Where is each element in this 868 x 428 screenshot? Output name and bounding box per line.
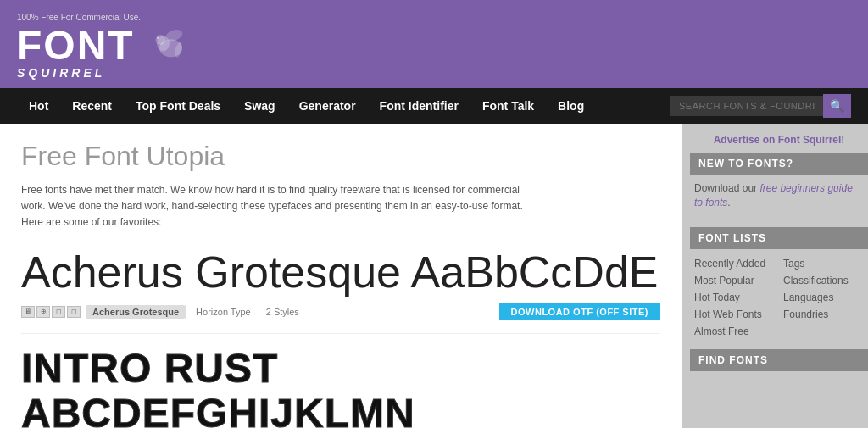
nav-item-blog[interactable]: Blog [546, 88, 596, 124]
link-almost-free[interactable]: Almost Free [694, 324, 775, 339]
font-styles-1: 2 Styles [261, 305, 304, 319]
font-showcase-1: Acherus Grotesque AaBbCcDdE 🖥 ⊕ ◻ ◻ Ache… [21, 248, 660, 334]
link-tags[interactable]: Tags [783, 256, 864, 271]
desc-prefix: Download our [694, 182, 760, 194]
link-languages[interactable]: Languages [783, 290, 864, 305]
new-to-fonts-desc: Download our free beginners guide to fon… [690, 181, 868, 217]
page-description: Free fonts have met their match. We know… [21, 182, 547, 231]
logo[interactable]: FONT SQUIRREL [17, 24, 190, 80]
font-foundry-1: Horizon Type [191, 305, 256, 319]
font-display-acherus: Acherus Grotesque AaBbCcDdE [21, 248, 660, 297]
sidebar-new-to-fonts: NEW TO FONTS? Download our free beginner… [690, 153, 868, 217]
download-btn-1[interactable]: DOWNLOAD OTF (OFF SITE) [499, 303, 660, 320]
main-content: Free Font Utopia Free fonts have met the… [0, 124, 682, 428]
sidebar-font-lists: FONT LISTS Recently Added Tags Most Popu… [690, 227, 868, 339]
font-showcase-2: INTRO RUST ABCDEFGHIJKLMN 🖥 ⊕ ◻ ◻ Intro … [21, 347, 660, 428]
link-foundries[interactable]: Foundries [783, 307, 864, 322]
nav-items: Hot Recent Top Font Deals Swag Generator… [17, 88, 670, 124]
monitor-icon: 🖥 [21, 306, 35, 318]
nav-item-font-talk[interactable]: Font Talk [470, 88, 546, 124]
link-recently-added[interactable]: Recently Added [694, 256, 775, 271]
font-name-1[interactable]: Acherus Grotesque [86, 305, 186, 319]
logo-tagline: 100% Free For Commercial Use. [17, 13, 190, 22]
link-classifications[interactable]: Classifications [783, 273, 864, 288]
content-wrap: Free Font Utopia Free fonts have met the… [0, 124, 868, 428]
nav-item-top-font-deals[interactable]: Top Font Deals [124, 88, 232, 124]
nav-item-font-identifier[interactable]: Font Identifier [368, 88, 470, 124]
search-input[interactable] [670, 96, 823, 116]
app-icon: ◻ [52, 306, 65, 318]
nav-item-swag[interactable]: Swag [232, 88, 287, 124]
nav-item-generator[interactable]: Generator [287, 88, 368, 124]
nav-item-recent[interactable]: Recent [60, 88, 124, 124]
sidebar: Advertise on Font Squirrel! NEW TO FONTS… [682, 124, 868, 428]
find-fonts-header: FIND FONTS [690, 349, 868, 371]
nav-item-hot[interactable]: Hot [17, 88, 60, 124]
squirrel-icon [139, 24, 190, 66]
font-meta-1: 🖥 ⊕ ◻ ◻ Acherus Grotesque Horizon Type 2… [21, 303, 660, 320]
desc-suffix: . [727, 197, 730, 208]
font-icons-1: 🖥 ⊕ ◻ ◻ [21, 306, 81, 318]
page-title: Free Font Utopia [21, 141, 660, 172]
sidebar-ad[interactable]: Advertise on Font Squirrel! [690, 124, 868, 153]
nav: Hot Recent Top Font Deals Swag Generator… [0, 88, 868, 124]
font-display-intro: INTRO RUST ABCDEFGHIJKLMN [21, 347, 660, 428]
logo-area: 100% Free For Commercial Use. FONT [17, 13, 190, 80]
link-most-popular[interactable]: Most Popular [694, 273, 775, 288]
link-hot-today[interactable]: Hot Today [694, 290, 775, 305]
link-hot-web-fonts[interactable]: Hot Web Fonts [694, 307, 775, 322]
font-lists-links: Recently Added Tags Most Popular Classif… [690, 256, 868, 339]
web-icon: ⊕ [36, 306, 50, 318]
ebook-icon: ◻ [67, 306, 81, 318]
search-container: 🔍 [670, 94, 851, 118]
font-lists-header: FONT LISTS [690, 227, 868, 249]
svg-point-4 [157, 36, 159, 39]
logo-text: FONT SQUIRREL [17, 24, 190, 80]
header: 100% Free For Commercial Use. FONT [0, 0, 868, 88]
new-to-fonts-header: NEW TO FONTS? [690, 153, 868, 175]
logo-font-text: FONT [17, 25, 135, 66]
logo-squirrel-text: SQUIRREL [17, 66, 105, 80]
search-button[interactable]: 🔍 [823, 94, 851, 118]
svg-point-2 [155, 35, 165, 45]
sidebar-find-fonts: FIND FONTS [690, 349, 868, 371]
